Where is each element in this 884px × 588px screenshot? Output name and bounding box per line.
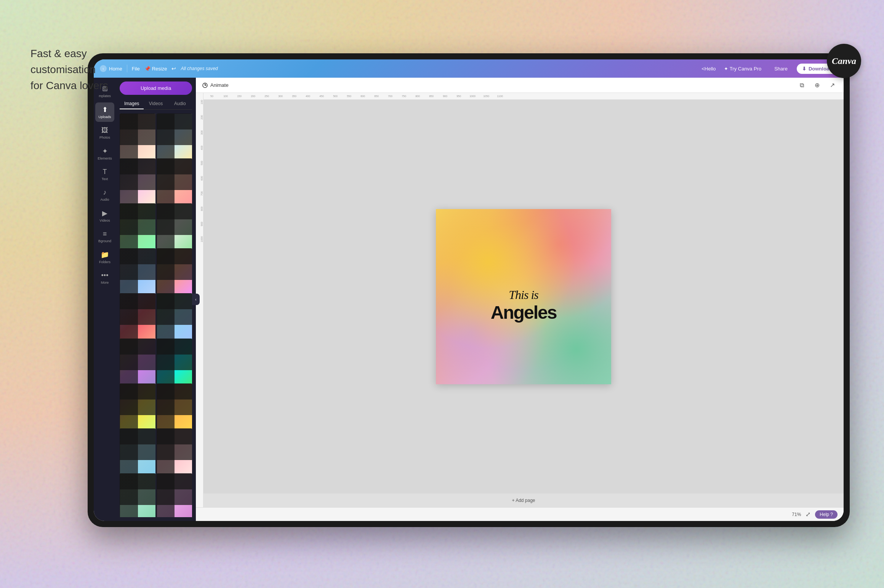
- list-item[interactable]: [120, 473, 155, 517]
- media-tabs: Images Videos Audio: [120, 99, 192, 110]
- canvas-text-container: This is Angeles: [491, 288, 557, 323]
- list-item[interactable]: [157, 339, 192, 386]
- list-item[interactable]: [120, 293, 155, 341]
- ruler-mark: 100: [196, 94, 203, 110]
- zoom-level: 71%: [792, 512, 801, 517]
- canvas-with-rulers: 100 200 300 400 500 600 700 800 900 1000: [196, 93, 844, 507]
- ruler-mark: 950: [452, 95, 466, 97]
- add-page-bar: + Add page: [203, 494, 844, 507]
- animate-icon: [202, 82, 208, 88]
- ruler-mark: 900: [196, 216, 203, 232]
- sidebar-item-audio[interactable]: ♪ Audio: [95, 185, 114, 205]
- ruler-mark: 1100: [493, 95, 507, 97]
- list-item[interactable]: [157, 473, 192, 517]
- ruler-mark: 350: [287, 95, 301, 97]
- share-canvas-icon-button[interactable]: ↗: [827, 80, 838, 91]
- list-item[interactable]: [157, 203, 192, 251]
- audio-icon: ♪: [103, 189, 107, 197]
- tab-audio[interactable]: Audio: [168, 99, 192, 109]
- list-item[interactable]: [120, 339, 155, 386]
- photos-icon: 🖼: [101, 126, 108, 134]
- list-item[interactable]: [157, 158, 192, 206]
- tablet-screen: ‹ Home File 📌 Resize ↩ All changes saved…: [94, 59, 844, 521]
- collapse-panel-button[interactable]: ‹: [192, 294, 200, 305]
- sidebar-item-more[interactable]: ••• More: [95, 268, 114, 288]
- list-item[interactable]: [120, 428, 155, 476]
- share-button[interactable]: Share: [770, 64, 792, 73]
- ruler-mark: 250: [260, 95, 274, 97]
- sidebar-item-folders[interactable]: 📁 Folders: [95, 248, 114, 267]
- list-item[interactable]: [120, 113, 155, 161]
- sidebar-item-photos[interactable]: 🖼 Photos: [95, 123, 114, 142]
- list-item[interactable]: [120, 383, 155, 431]
- ruler-mark: 850: [424, 95, 438, 97]
- help-button[interactable]: Help ?: [815, 510, 838, 519]
- videos-icon: ▶: [102, 209, 107, 217]
- ruler-mark: 1000: [466, 95, 479, 97]
- ruler-mark: 500: [196, 155, 203, 171]
- ruler-mark: 400: [301, 95, 315, 97]
- background-label: Bground: [98, 239, 111, 243]
- horizontal-ruler: 50 100 150 200 250 300 350 400 450 500 5: [203, 93, 844, 100]
- page-label: Fast & easy customisation for Canva love…: [30, 46, 108, 94]
- bottom-bar: 71% ⤢ Help ?: [196, 507, 844, 521]
- design-canvas[interactable]: This is Angeles: [436, 209, 611, 384]
- sidebar-item-elements[interactable]: ✦ Elements: [95, 144, 114, 163]
- try-pro-label: ✦ Try Canva Pro: [724, 66, 761, 72]
- list-item[interactable]: [157, 248, 192, 296]
- add-page-button[interactable]: + Add page: [507, 496, 540, 505]
- tablet-frame: ‹ Home File 📌 Resize ↩ All changes saved…: [88, 53, 850, 527]
- list-item[interactable]: [120, 158, 155, 206]
- text-label: Text: [102, 177, 108, 181]
- ruler-mark: 900: [438, 95, 452, 97]
- upload-media-button[interactable]: Upload media: [120, 81, 192, 95]
- sidebar-item-videos[interactable]: ▶ Videos: [95, 206, 114, 225]
- list-item[interactable]: [120, 248, 155, 296]
- main-content: ⊞ mplates ⬆ Uploads 🖼 Photos ✦ Elements …: [94, 78, 844, 521]
- resize-nav[interactable]: 📌 Resize: [144, 66, 167, 72]
- file-nav[interactable]: File: [132, 66, 140, 72]
- list-item[interactable]: [120, 203, 155, 251]
- photos-label: Photos: [99, 136, 110, 139]
- uploads-label: Uploads: [98, 115, 111, 119]
- list-item[interactable]: [157, 383, 192, 431]
- copy-icon-button[interactable]: ⧉: [796, 80, 807, 91]
- nav-divider: [127, 65, 127, 72]
- list-item[interactable]: [157, 293, 192, 341]
- ruler-mark: 600: [196, 171, 203, 186]
- text-icon: T: [103, 168, 107, 176]
- tab-videos[interactable]: Videos: [144, 99, 168, 109]
- duplicate-icon-button[interactable]: ⊕: [812, 80, 822, 91]
- fullscreen-icon[interactable]: ⤢: [806, 511, 810, 518]
- folders-label: Folders: [99, 260, 110, 264]
- sidebar-item-uploads[interactable]: ⬆ Uploads: [95, 102, 114, 122]
- folders-icon: 📁: [101, 251, 109, 259]
- list-item[interactable]: [157, 428, 192, 476]
- more-label: More: [101, 281, 109, 284]
- list-item[interactable]: [157, 113, 192, 161]
- sidebar-item-background[interactable]: ≡ Bground: [95, 227, 114, 246]
- label-line1: Fast & easy: [30, 48, 87, 59]
- home-label: Home: [109, 66, 122, 72]
- ruler-mark: 700: [383, 95, 397, 97]
- animate-button[interactable]: Animate: [202, 82, 229, 88]
- hello-nav[interactable]: <Hello: [701, 66, 716, 72]
- try-pro-button[interactable]: ✦ Try Canva Pro: [720, 64, 765, 73]
- tab-images[interactable]: Images: [120, 99, 144, 109]
- undo-button[interactable]: ↩: [171, 66, 176, 72]
- ruler-mark: 200: [246, 95, 260, 97]
- videos-label: Videos: [99, 219, 110, 222]
- label-line2: customisation: [30, 64, 96, 75]
- ruler-mark: 800: [411, 95, 424, 97]
- ruler-mark: 550: [342, 95, 356, 97]
- background-icon: ≡: [103, 230, 107, 238]
- ruler-mark: 200: [196, 110, 203, 125]
- ruler-mark: 600: [356, 95, 370, 97]
- label-line3: for Canva lovers: [30, 80, 108, 91]
- more-icon: •••: [101, 272, 109, 280]
- saved-status: All changes saved: [181, 66, 218, 71]
- resize-pin-icon: 📌: [144, 66, 151, 72]
- uploads-icon: ⬆: [102, 105, 108, 114]
- sidebar-item-text[interactable]: T Text: [95, 165, 114, 184]
- canvas-viewport[interactable]: This is Angeles: [203, 100, 844, 494]
